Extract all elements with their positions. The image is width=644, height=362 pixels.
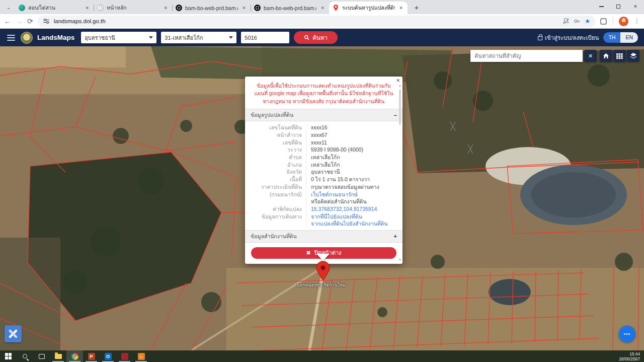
brand-title: LandsMaps — [37, 34, 74, 41]
taskbar-search-button[interactable] — [17, 350, 33, 362]
office-red-app-icon — [121, 353, 128, 360]
browser-tab-1[interactable]: สอบ/ไต่สวน ✕ — [15, 2, 94, 14]
scroll-up-arrow[interactable]: ▲ — [398, 84, 401, 87]
close-icon[interactable]: ✕ — [398, 5, 404, 12]
parcel-pin-marker[interactable] — [315, 261, 331, 281]
browser-tabstrip: ⌄ สอบ/ไต่สวน ✕ หน้าหลัก ✕ bam-bo-web-prd… — [0, 0, 644, 14]
lock-icon — [538, 36, 542, 40]
powerpoint-button[interactable]: P — [83, 350, 100, 362]
close-x-icon: ✖ — [306, 250, 311, 256]
chevron-down-icon[interactable]: ⌄ — [3, 2, 14, 13]
collapse-icon[interactable]: − — [394, 112, 397, 118]
search-icon — [23, 354, 27, 358]
field-row: ระวาง5939 I 9098-00 (4000) — [245, 146, 397, 154]
search-button-label: ค้นหา — [312, 33, 328, 42]
clear-search-button[interactable]: ✕ — [584, 50, 597, 62]
lang-th-button[interactable]: TH — [603, 32, 620, 43]
landsmaps-header: LandsMaps อุบลราชธานี 31-เหล่าเสือโก้ก ค… — [0, 29, 644, 46]
popup-scrollbar[interactable] — [399, 90, 401, 125]
windows-taskbar: P O ⌂ 15:44 28/06/2567 — [0, 350, 644, 362]
field-row: เลขที่ดินxxxx11 — [245, 139, 397, 147]
clock-date: 28/06/2567 — [619, 356, 640, 361]
browser-tab-4[interactable]: bam-bo-web-prd.bam.co.th/th/... ✕ — [251, 2, 329, 14]
section-office-header[interactable]: ข้อมูลสำนักงานที่ดิน + — [245, 230, 403, 243]
chrome-taskbar-button[interactable] — [66, 350, 83, 362]
province-value: อุบลราชธานี — [85, 33, 115, 42]
hamburger-menu-icon[interactable] — [6, 33, 16, 43]
price-text2: หรือติดต่อสำนักงานที่ดิน — [311, 198, 367, 204]
treasury-website-link[interactable]: เว็บไซต์กรมธนารักษ์ — [311, 191, 358, 197]
close-icon[interactable]: ✕ — [163, 5, 169, 12]
outlook-button[interactable]: O — [100, 350, 116, 362]
measure-tools-button[interactable] — [5, 325, 22, 342]
window-controls: ✕ — [593, 0, 644, 13]
language-toggle: TH EN — [603, 32, 638, 43]
login-label: เข้าสู่ระบบ/ลงทะเบียน — [545, 33, 599, 42]
extensions-icon[interactable] — [600, 18, 607, 25]
maximize-button[interactable] — [610, 0, 627, 13]
disclaimer-text: ข้อมูลนี้เพื่อใช้ประกอบการแสดงตำแหน่งรูป… — [245, 77, 403, 109]
search-button[interactable]: ค้นหา — [294, 31, 338, 44]
window-close-button[interactable]: ✕ — [627, 0, 644, 13]
chat-bubble-button[interactable]: ••• — [619, 326, 635, 342]
minimize-button[interactable] — [593, 0, 610, 13]
section-parcel-header[interactable]: ข้อมูลรูปแปลงที่ดิน − — [245, 109, 403, 121]
expand-icon[interactable]: + — [394, 233, 397, 239]
field-row: อำเภอเหล่าเสือโก้ก — [245, 161, 397, 169]
close-icon[interactable]: ✕ — [84, 5, 90, 12]
login-register-link[interactable]: เข้าสู่ระบบ/ลงทะเบียน — [538, 33, 599, 42]
district-select[interactable]: 31-เหล่าเสือโก้ก — [161, 32, 236, 43]
forward-button[interactable]: → — [16, 18, 23, 25]
url-text[interactable]: landsmaps.dol.go.th — [54, 18, 559, 24]
satellite-map[interactable]: ✕ ✕ ▲ ▼ ข้อมูลนี้เพื่อใช้ประกอบการแสดงตำ… — [0, 46, 644, 350]
reload-button[interactable]: ⟳ — [27, 18, 33, 25]
teal-site-favicon — [19, 5, 25, 11]
popup-close-icon[interactable]: ✕ — [396, 78, 400, 83]
tab-title: ระบบค้นหารูปแปลงที่ดิน (LandsM... — [342, 4, 395, 12]
price-row: ราคาประเมินที่ดิน (กรมธนารักษ์) กรุณาตรว… — [245, 183, 397, 205]
powerpoint-icon: P — [88, 353, 95, 360]
province-select[interactable]: อุบลราชธานี — [81, 32, 156, 43]
back-button[interactable]: ← — [4, 18, 11, 25]
grid-view-button[interactable] — [613, 50, 626, 62]
clock-time: 15:44 — [619, 351, 640, 356]
scroll-down-arrow[interactable]: ▼ — [398, 258, 401, 261]
key-icon[interactable] — [574, 18, 581, 25]
directions-to-parcel-link[interactable]: จากที่นี่ไปยังแปลงที่ดิน — [311, 213, 362, 220]
map-pin-favicon — [333, 5, 339, 11]
browser-menu-icon[interactable]: ⋮ — [634, 18, 640, 25]
new-tab-button[interactable]: + — [411, 1, 423, 13]
travel-row: ข้อมูลการเดินทาง จากที่นี่ไปยังแปลงที่ดิ… — [245, 213, 397, 228]
chevron-down-icon — [229, 36, 233, 39]
blocked-notification-icon[interactable] — [562, 18, 570, 25]
browser-tab-2[interactable]: หน้าหลัก ✕ — [94, 2, 172, 14]
profile-avatar[interactable] — [619, 17, 628, 26]
browser-tab-active-landsmaps[interactable]: ระบบค้นหารูปแปลงที่ดิน (LandsM... ✕ — [329, 2, 408, 14]
orange-house-app-button[interactable]: ⌂ — [133, 350, 149, 362]
tab-title: สอบ/ไต่สวน — [28, 4, 81, 12]
divider — [613, 17, 613, 25]
address-bar[interactable]: landsmaps.dol.go.th ★ — [38, 16, 595, 27]
dol-logo — [21, 32, 33, 44]
home-button[interactable] — [600, 50, 612, 62]
field-row: ตำบลเหล่าเสือโก้ก — [245, 154, 397, 161]
file-explorer-button[interactable] — [50, 350, 66, 362]
close-icon[interactable]: ✕ — [319, 5, 326, 12]
taskbar-clock[interactable]: 15:44 28/06/2567 — [619, 350, 644, 362]
lang-en-button[interactable]: EN — [620, 32, 638, 43]
close-icon[interactable]: ✕ — [241, 5, 247, 12]
search-icon — [304, 35, 309, 40]
field-row: จังหวัดอุบลราชธานี — [245, 168, 397, 176]
start-button[interactable] — [0, 350, 17, 362]
task-view-button[interactable] — [33, 350, 50, 362]
directions-to-office-link[interactable]: จากแปลงที่ดินไปยังสำนักงานที่ดิน — [311, 221, 388, 227]
layers-button[interactable] — [627, 50, 639, 62]
office-red-app-button[interactable] — [116, 350, 133, 362]
popup-callout-arrow — [316, 254, 330, 261]
field-row: เนื้อที่0 ไร่ 1 งาน 15.0 ตารางวา — [245, 176, 397, 183]
bookmark-star-icon[interactable]: ★ — [585, 18, 590, 25]
place-search-input[interactable] — [470, 50, 583, 62]
coordinates-link[interactable]: 15.37683732,104.91735914 — [311, 206, 377, 212]
parcel-number-input[interactable] — [241, 32, 289, 43]
browser-tab-3[interactable]: bam-bo-web-prd.bam.co.th/th/... ✕ — [172, 2, 251, 14]
